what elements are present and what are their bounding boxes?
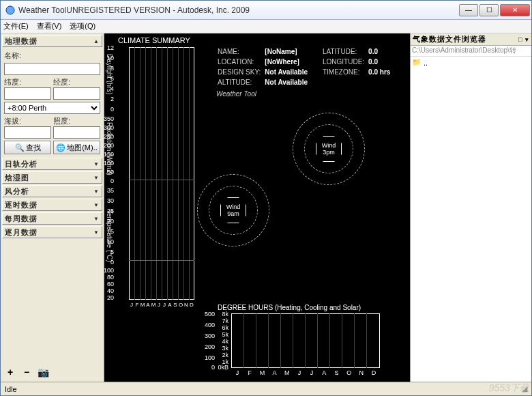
illum-label: 照度: <box>53 116 100 126</box>
name-label: 名称: <box>4 51 100 61</box>
statusbar: Idle ◢ <box>1 382 531 395</box>
wind-3pm: Wind3pm <box>316 136 342 162</box>
find-label: 查找 <box>26 143 41 153</box>
menu-view[interactable]: 查看(V) <box>37 21 62 31</box>
climate-chart: Daylight (hrs) Radiation (W/m2) Temperat… <box>115 47 197 300</box>
lat-label: 纬度: <box>4 77 51 87</box>
zoom-out-button[interactable]: − <box>20 366 33 378</box>
menu-file[interactable]: 文件(E) <box>3 21 29 31</box>
timezone-select[interactable]: +8:00 Perth <box>4 102 100 114</box>
maximize-button[interactable]: ☐ <box>479 4 499 16</box>
panel-hourly[interactable]: 逐时数据▼ <box>2 199 102 211</box>
chevron-down-icon: ▼ <box>93 188 100 195</box>
panel-geo-header[interactable]: 地理数据 ▲ <box>2 35 102 47</box>
left-sidebar: 地理数据 ▲ 名称: 纬度: 经度: +8:00 Perth 海拔: 照度: 🔍… <box>1 33 104 382</box>
chevron-up-icon: ▲ <box>93 38 100 44</box>
panel-psychro[interactable]: 焓湿图▼ <box>2 171 102 184</box>
lon-input[interactable] <box>53 87 100 100</box>
menu-options[interactable]: 选项(Q) <box>70 21 95 31</box>
window-title: Weather ToolUNREGISTERED VERSION - Autod… <box>18 5 459 15</box>
name-input[interactable] <box>4 63 100 75</box>
chevron-down-icon: ▼ <box>93 229 100 236</box>
chevron-down-icon: ▼ <box>93 216 100 222</box>
folder-icon: 📁 <box>412 58 422 67</box>
wind-9am: Wind9am <box>220 197 246 223</box>
titlebar: Weather ToolUNREGISTERED VERSION - Autod… <box>1 1 531 20</box>
panel-weekly[interactable]: 每周数据▼ <box>2 212 102 225</box>
lon-label: 经度: <box>53 77 100 87</box>
watermark: 9553下载 <box>489 382 529 395</box>
degree-chart: 5004003002001000 8k7k6k5k4k3k2k1k0kB JFM… <box>203 313 383 376</box>
alt-label: 海拔: <box>4 116 51 126</box>
lat-input[interactable] <box>4 87 51 100</box>
chevron-down-icon: ▼ <box>93 202 100 208</box>
climate-title: CLIMATE SUMMARY <box>118 36 190 44</box>
globe-icon: 🌐 <box>56 143 65 152</box>
canvas: CLIMATE SUMMARY Daylight (hrs) Radiation… <box>104 33 410 382</box>
minimize-button[interactable]: — <box>459 4 478 16</box>
illum-input[interactable] <box>53 126 100 139</box>
panel-monthly[interactable]: 逐月数据▼ <box>2 226 102 238</box>
panel-suntrack[interactable]: 日轨分析▼ <box>2 158 102 170</box>
zoom-in-button[interactable]: + <box>4 366 16 378</box>
browser-title: 气象数据文件浏览器 <box>413 34 486 44</box>
close-button[interactable]: ✕ <box>500 4 530 16</box>
browser-path: C:\Users\Administrator\Desktop\转 <box>411 46 531 57</box>
file-browser: 气象数据文件浏览器 □ ▾ C:\Users\Administrator\Des… <box>410 33 531 382</box>
svg-point-0 <box>6 6 14 14</box>
months-axis: JFMAMJJASOND <box>129 302 194 308</box>
camera-button[interactable]: 📷 <box>37 366 49 378</box>
chevron-down-icon: ▼ <box>93 161 100 167</box>
status-text: Idle <box>5 385 17 393</box>
info-block: NAME:[NoName] LATITUDE:0.0 LOCATION:[NoW… <box>216 46 391 98</box>
degree-title: DEGREE HOURS (Heating, Cooling and Solar… <box>218 304 361 311</box>
app-icon <box>5 5 16 16</box>
search-icon: 🔍 <box>15 143 25 152</box>
map-label: 地图(M).. <box>67 143 98 153</box>
panel-geo-title: 地理数据 <box>5 36 38 46</box>
browser-toggle-icon[interactable]: □ ▾ <box>518 36 529 43</box>
chevron-down-icon: ▼ <box>93 175 100 181</box>
find-button[interactable]: 🔍查找 <box>4 141 51 154</box>
menubar: 文件(E) 查看(V) 选项(Q) <box>1 20 531 33</box>
folder-up[interactable]: 📁 .. <box>412 58 530 67</box>
map-button[interactable]: 🌐地图(M).. <box>53 141 100 154</box>
alt-input[interactable] <box>4 126 51 139</box>
panel-wind[interactable]: 风分析▼ <box>2 185 102 197</box>
